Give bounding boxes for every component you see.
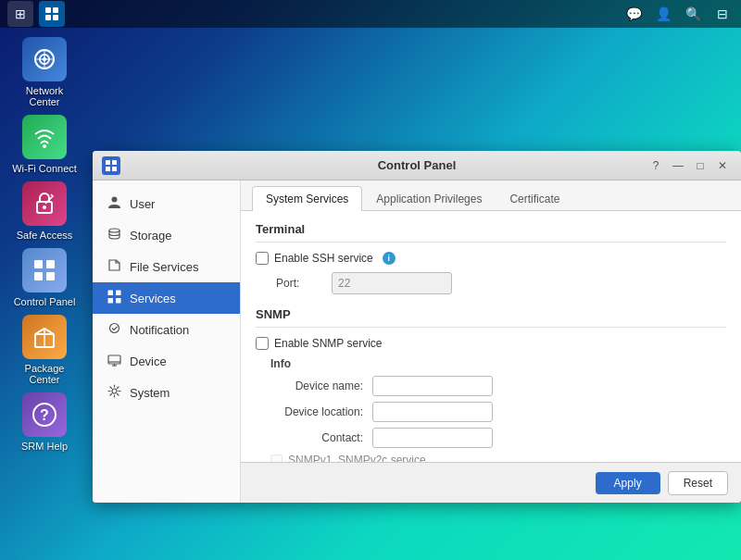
device-sidebar-icon (106, 353, 122, 369)
content-area: System Services Application Privileges C… (241, 180, 741, 503)
close-button[interactable]: ✕ (713, 156, 732, 175)
tabs-bar: System Services Application Privileges C… (241, 180, 741, 211)
taskbar-left: ⊞ (7, 1, 65, 27)
terminal-section-title: Terminal (256, 222, 726, 243)
svg-rect-21 (106, 160, 110, 165)
desktop-icons: Network Center Wi-Fi Connect (11, 37, 78, 452)
svg-rect-29 (107, 298, 113, 304)
device-name-row: Device name: (270, 376, 726, 396)
contact-input[interactable] (372, 428, 493, 448)
enable-ssh-checkbox[interactable] (256, 252, 269, 265)
sidebar-item-notification-label: Notification (130, 323, 189, 337)
svg-point-26 (109, 229, 119, 232)
snmp-section-title: SNMP (256, 307, 726, 328)
svg-rect-0 (45, 7, 51, 13)
desktop-icon-control[interactable]: Control Panel (11, 248, 78, 307)
taskbar-grid-button[interactable]: ⊞ (7, 1, 33, 27)
svg-rect-22 (112, 160, 117, 165)
port-input[interactable] (332, 272, 452, 294)
enable-snmp-checkbox[interactable] (256, 337, 269, 350)
desktop-icon-network[interactable]: Network Center (11, 37, 78, 107)
enable-snmp-row: Enable SNMP service (256, 337, 726, 350)
sidebar-item-storage-label: Storage (130, 229, 172, 243)
sidebar-item-services-label: Services (130, 292, 176, 305)
tab-system-services[interactable]: System Services (252, 186, 362, 211)
layout-icon[interactable]: ⊟ (711, 3, 734, 25)
sidebar-item-user[interactable]: User (93, 188, 240, 219)
ssh-info-icon[interactable]: i (383, 252, 396, 265)
reset-button[interactable]: Reset (668, 471, 728, 495)
sidebar-item-user-label: User (130, 197, 155, 211)
svg-rect-27 (107, 291, 113, 296)
desktop-icon-help[interactable]: ? SRM Help (11, 392, 78, 452)
svg-rect-32 (108, 355, 120, 364)
contact-label: Contact: (270, 431, 372, 444)
srm-help-label: SRM Help (21, 441, 68, 452)
svg-text:?: ? (40, 407, 49, 423)
device-location-input[interactable] (372, 402, 493, 422)
device-location-row: Device location: (270, 402, 726, 422)
enable-ssh-label: Enable SSH service (274, 252, 373, 265)
sidebar-item-storage[interactable]: Storage (93, 219, 240, 251)
window-titlebar: Control Panel ? — □ ✕ (93, 151, 741, 180)
sidebar-item-services[interactable]: Services (93, 282, 240, 314)
window-app-icon (102, 156, 120, 175)
window-body: User Storage (93, 180, 741, 503)
package-center-label: Package Center (11, 363, 78, 385)
sidebar-item-notification[interactable]: Notification (93, 314, 240, 345)
desktop-icon-safe[interactable]: Safe Access (11, 181, 78, 241)
safe-access-label: Safe Access (17, 230, 73, 241)
control-panel-icon (22, 248, 67, 292)
apply-button[interactable]: Apply (596, 472, 660, 494)
help-button[interactable]: ? (647, 156, 665, 175)
user-sidebar-icon (106, 195, 122, 212)
wifi-connect-label: Wi-Fi Connect (12, 163, 77, 174)
svg-rect-2 (45, 15, 51, 20)
chat-icon[interactable]: 💬 (622, 3, 645, 25)
snmp-info-section: Info Device name: Device location: Conta… (270, 357, 726, 462)
svg-rect-15 (46, 272, 55, 280)
svg-rect-13 (46, 260, 55, 268)
snmpv1-checkbox[interactable] (270, 454, 283, 463)
tab-application-privileges[interactable]: Application Privileges (362, 186, 496, 211)
minimize-button[interactable]: — (669, 156, 687, 175)
window-controls: ? — □ ✕ (647, 156, 732, 175)
port-row: Port: (276, 272, 726, 294)
desktop-icon-package[interactable]: Package Center (11, 315, 78, 385)
storage-sidebar-icon (106, 227, 122, 243)
maximize-button[interactable]: □ (691, 156, 710, 175)
system-sidebar-icon (106, 384, 122, 401)
sidebar-item-system[interactable]: System (93, 377, 240, 408)
sidebar-item-file-services-label: File Services (130, 260, 198, 274)
contact-row: Contact: (270, 428, 726, 448)
snmp-info-label: Info (270, 357, 726, 370)
sidebar-item-system-label: System (130, 386, 170, 400)
svg-point-11 (43, 205, 46, 209)
port-label: Port: (276, 277, 332, 290)
tab-certificate[interactable]: Certificate (496, 186, 573, 211)
svg-rect-3 (53, 15, 58, 20)
desktop-icon-wifi[interactable]: Wi-Fi Connect (11, 115, 78, 174)
window-footer: Apply Reset (241, 462, 741, 503)
svg-rect-1 (53, 7, 58, 13)
window-title: Control Panel (93, 158, 741, 172)
search-icon[interactable]: 🔍 (682, 3, 704, 25)
svg-rect-23 (106, 167, 110, 171)
wifi-connect-icon (22, 115, 67, 159)
svg-rect-14 (34, 272, 43, 280)
safe-access-icon (22, 181, 67, 226)
svg-point-31 (109, 324, 119, 333)
snmpv1-row: SNMPv1, SNMPv2c service (270, 454, 726, 462)
device-name-input[interactable] (372, 376, 493, 396)
package-center-icon (22, 315, 67, 359)
taskbar-right: 💬 👤 🔍 ⊟ (622, 3, 734, 25)
taskbar-controlpanel-button[interactable] (39, 1, 65, 27)
user-icon[interactable]: 👤 (652, 3, 674, 25)
enable-ssh-row: Enable SSH service i (256, 252, 726, 265)
taskbar: ⊞ 💬 👤 🔍 ⊟ (0, 0, 741, 28)
srm-help-icon: ? (22, 392, 67, 437)
sidebar-item-device[interactable]: Device (93, 345, 240, 377)
svg-rect-28 (116, 291, 121, 296)
sidebar: User Storage (93, 180, 241, 503)
sidebar-item-file-services[interactable]: File Services (93, 251, 240, 282)
